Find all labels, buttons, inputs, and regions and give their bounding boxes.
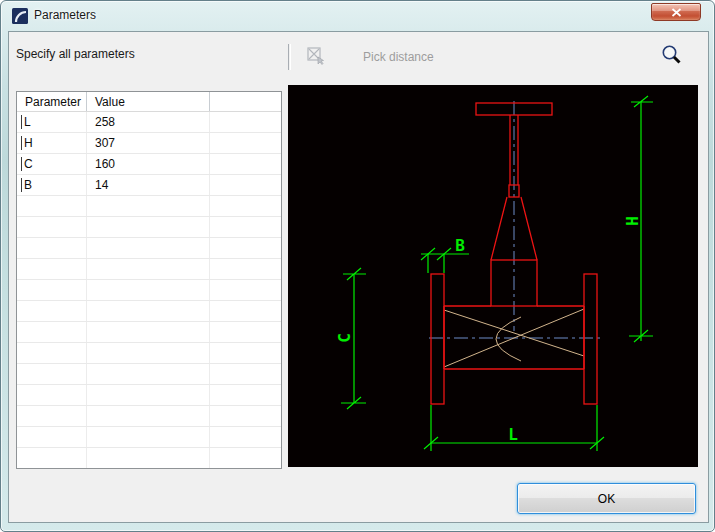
extra-cell	[210, 280, 281, 300]
parameters-dialog: Parameters Specify all parameters Pick d…	[0, 0, 715, 532]
table-row	[17, 322, 281, 343]
parameter-cell[interactable]	[17, 385, 87, 405]
parameter-cell[interactable]	[17, 322, 87, 342]
parameter-cell[interactable]	[17, 259, 87, 279]
column-header-empty	[210, 92, 281, 111]
parameter-name: L	[24, 115, 31, 129]
table-row	[17, 427, 281, 448]
parameter-cell[interactable]	[17, 238, 87, 258]
cell-caret	[21, 136, 22, 150]
table-row	[17, 280, 281, 301]
table-row	[17, 301, 281, 322]
centerlines	[429, 101, 601, 338]
table-row	[17, 259, 281, 280]
value-cell[interactable]	[87, 322, 210, 342]
column-header-value[interactable]: Value	[87, 92, 210, 111]
cell-caret	[21, 178, 22, 192]
extra-cell	[210, 343, 281, 363]
pick-distance-label: Pick distance	[363, 50, 434, 64]
table-row: C160	[17, 154, 281, 175]
table-header: Parameter Value	[17, 92, 281, 112]
extra-cell	[210, 238, 281, 258]
parameter-cell[interactable]	[17, 406, 87, 426]
window-title: Parameters	[34, 1, 96, 30]
pick-rectangle-icon	[306, 46, 326, 66]
table-row	[17, 406, 281, 427]
value-cell[interactable]	[87, 406, 210, 426]
close-button[interactable]	[651, 3, 701, 21]
table-row	[17, 364, 281, 385]
parameter-name: H	[24, 136, 33, 150]
value-cell[interactable]	[87, 448, 210, 468]
value-cell[interactable]	[87, 343, 210, 363]
value-cell[interactable]	[87, 238, 210, 258]
value-cell[interactable]: 160	[87, 154, 210, 174]
table-row	[17, 448, 281, 469]
parameter-table: Parameter Value L258H307C160B14	[16, 91, 282, 469]
parameter-table-body: L258H307C160B14	[17, 112, 281, 469]
parameter-cell[interactable]: B	[17, 175, 87, 195]
ok-button[interactable]: OK	[517, 483, 696, 514]
table-row: B14	[17, 175, 281, 196]
extra-cell	[210, 448, 281, 468]
parameter-cell[interactable]: L	[17, 112, 87, 132]
table-row	[17, 217, 281, 238]
table-row	[17, 385, 281, 406]
pick-distance-button[interactable]	[304, 44, 328, 68]
parameter-cell[interactable]: C	[17, 154, 87, 174]
parameter-cell[interactable]	[17, 196, 87, 216]
parameter-cell[interactable]	[17, 343, 87, 363]
parameter-cell[interactable]	[17, 427, 87, 447]
extra-cell	[210, 322, 281, 342]
dialog-body: Specify all parameters Pick distance Par…	[8, 31, 709, 523]
dimension-label-c: C	[335, 333, 354, 343]
toolbar-separator	[288, 44, 291, 70]
close-icon	[671, 8, 682, 17]
extra-cell	[210, 133, 281, 153]
extra-cell	[210, 112, 281, 132]
value-cell[interactable]: 14	[87, 175, 210, 195]
value-cell[interactable]	[87, 217, 210, 237]
instruction-label: Specify all parameters	[16, 47, 135, 61]
dimension-label-h: H	[623, 216, 642, 226]
extra-cell	[210, 427, 281, 447]
parameter-name: B	[24, 178, 32, 192]
extra-cell	[210, 385, 281, 405]
value-cell[interactable]: 307	[87, 133, 210, 153]
parameter-cell[interactable]	[17, 364, 87, 384]
parameter-name: C	[24, 157, 33, 171]
value-cell[interactable]: 258	[87, 112, 210, 132]
parameter-cell[interactable]: H	[17, 133, 87, 153]
preview-svg: H C B L	[288, 85, 698, 467]
extra-cell	[210, 364, 281, 384]
dimension-label-l: L	[508, 425, 518, 444]
value-cell[interactable]	[87, 385, 210, 405]
extra-cell	[210, 301, 281, 321]
zoom-button[interactable]	[659, 43, 685, 69]
value-cell[interactable]	[87, 364, 210, 384]
magnifier-icon	[660, 44, 684, 68]
value-cell[interactable]	[87, 280, 210, 300]
extra-cell	[210, 217, 281, 237]
table-row	[17, 196, 281, 217]
app-icon	[12, 8, 28, 24]
parameter-cell[interactable]	[17, 280, 87, 300]
extra-cell	[210, 154, 281, 174]
value-cell[interactable]	[87, 259, 210, 279]
table-row: L258	[17, 112, 281, 133]
parameter-cell[interactable]	[17, 217, 87, 237]
dimension-label-b: B	[455, 236, 465, 255]
preview-panel[interactable]: H C B L	[288, 85, 698, 467]
extra-cell	[210, 175, 281, 195]
column-header-parameter[interactable]: Parameter	[17, 92, 87, 111]
extra-cell	[210, 196, 281, 216]
parameter-cell[interactable]	[17, 448, 87, 468]
table-row	[17, 238, 281, 259]
parameter-cell[interactable]	[17, 301, 87, 321]
table-row	[17, 343, 281, 364]
title-bar[interactable]: Parameters	[1, 1, 714, 31]
value-cell[interactable]	[87, 427, 210, 447]
value-cell[interactable]	[87, 301, 210, 321]
value-cell[interactable]	[87, 196, 210, 216]
cell-caret	[21, 157, 22, 171]
